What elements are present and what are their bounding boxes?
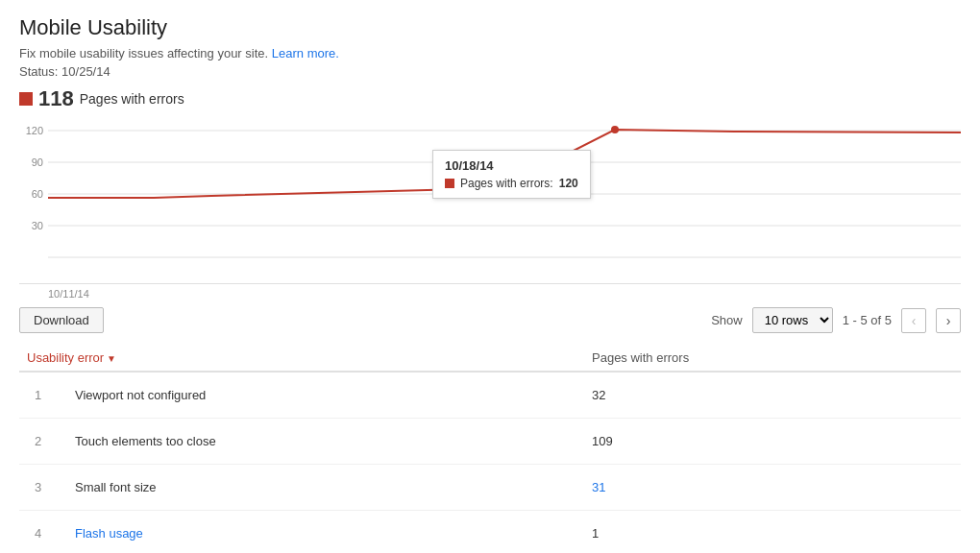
error-count-cell: 1 — [584, 511, 961, 554]
error-row-cell: 1Viewport not configured — [19, 373, 358, 418]
tooltip-value: 120 — [559, 177, 578, 190]
error-count-label: Pages with errors — [80, 91, 184, 107]
error-row-cell: 4Flash usage — [19, 511, 358, 553]
show-label: Show — [711, 313, 743, 327]
subtitle-text: Fix mobile usability issues affecting yo… — [19, 46, 961, 60]
col-count-header: Pages with errors — [584, 345, 961, 372]
table-row: 3Small font size31 — [19, 465, 961, 511]
chart-date-labels: 10/11/14 — [19, 288, 961, 300]
controls-row: Download Show 10 rows 25 rows 50 rows 1 … — [19, 300, 961, 333]
tooltip-row: Pages with errors: 120 — [445, 177, 578, 190]
error-name-cell: Touch elements too close — [67, 426, 224, 456]
svg-text:120: 120 — [26, 125, 43, 136]
rows-select[interactable]: 10 rows 25 rows 50 rows — [752, 307, 833, 333]
svg-text:90: 90 — [32, 156, 43, 168]
error-name-cell[interactable]: Flash usage — [67, 518, 151, 548]
table-row: 1Viewport not configured32 — [19, 372, 961, 419]
tooltip-series-label: Pages with errors: — [460, 177, 553, 190]
table-row: 4Flash usage1 — [19, 511, 961, 554]
usability-table: Usability error Pages with errors 1Viewp… — [19, 345, 961, 553]
error-name-cell: Viewport not configured — [67, 380, 213, 410]
table-header-row: Usability error Pages with errors — [19, 345, 961, 372]
chart-tooltip: 10/18/14 Pages with errors: 120 — [432, 150, 591, 199]
download-button[interactable]: Download — [19, 307, 104, 333]
row-number: 1 — [27, 380, 56, 410]
col-error-header[interactable]: Usability error — [19, 345, 584, 372]
error-row-cell: 2Touch elements too close — [19, 419, 358, 464]
status-text: Status: 10/25/14 — [19, 64, 961, 79]
row-number: 4 — [27, 518, 56, 548]
right-controls: Show 10 rows 25 rows 50 rows 1 - 5 of 5 … — [711, 307, 961, 333]
next-page-button[interactable]: › — [936, 308, 961, 333]
pagination-info: 1 - 5 of 5 — [843, 313, 892, 327]
prev-page-button[interactable]: ‹ — [901, 308, 926, 333]
chart-x-label: 10/11/14 — [48, 288, 89, 300]
tooltip-square-icon — [445, 179, 454, 188]
error-row-cell: 3Small font size — [19, 465, 358, 510]
error-count-cell: 109 — [584, 419, 961, 465]
row-number: 3 — [27, 472, 56, 502]
error-count-cell: 32 — [584, 372, 961, 419]
chart-container: 120 90 60 30 10/18/14 Pages with errors:… — [19, 121, 961, 284]
learn-more-link[interactable]: Learn more. — [272, 46, 339, 60]
page-title: Mobile Usability — [19, 15, 961, 40]
error-count-row: 118 Pages with errors — [19, 86, 961, 111]
svg-text:30: 30 — [32, 220, 43, 231]
error-count-cell[interactable]: 31 — [584, 465, 961, 511]
chart-dot — [611, 126, 619, 133]
red-square-icon — [19, 92, 33, 106]
svg-text:60: 60 — [32, 188, 43, 200]
row-number: 2 — [27, 426, 56, 456]
table-row: 2Touch elements too close109 — [19, 419, 961, 465]
tooltip-date: 10/18/14 — [445, 158, 578, 173]
error-name-cell: Small font size — [67, 472, 164, 502]
error-count-number: 118 — [38, 86, 74, 111]
